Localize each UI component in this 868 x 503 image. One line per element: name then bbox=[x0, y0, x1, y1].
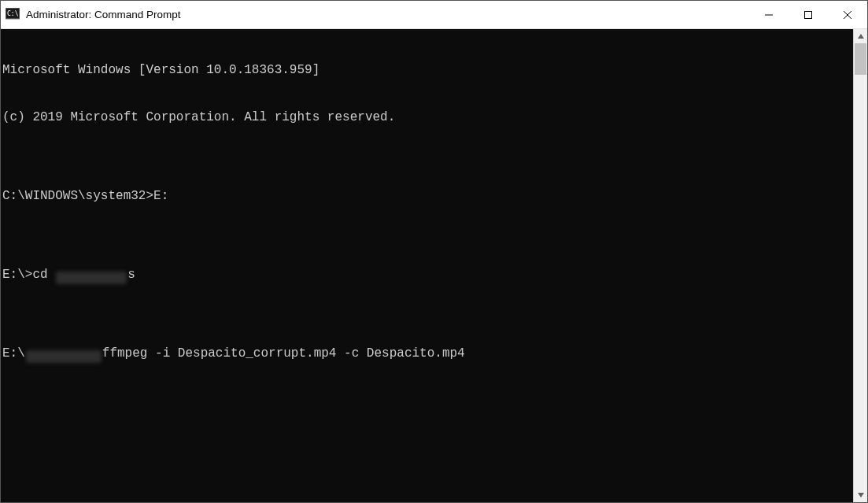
titlebar[interactable]: C:\ Administrator: Command Prompt bbox=[1, 1, 867, 29]
svg-rect-3 bbox=[805, 11, 812, 18]
terminal-line: (c) 2019 Microsoft Corporation. All righ… bbox=[2, 109, 853, 125]
close-button[interactable] bbox=[828, 1, 867, 28]
svg-text:C:\: C:\ bbox=[7, 10, 19, 17]
svg-marker-7 bbox=[858, 493, 864, 497]
terminal-text: s bbox=[127, 268, 135, 282]
scroll-up-button[interactable] bbox=[854, 29, 867, 43]
window-frame: C:\ Administrator: Command Prompt Micros… bbox=[0, 0, 868, 503]
window-title: Administrator: Command Prompt bbox=[26, 9, 749, 20]
vertical-scrollbar[interactable] bbox=[853, 29, 867, 502]
terminal-area[interactable]: Microsoft Windows [Version 10.0.18363.95… bbox=[1, 29, 853, 502]
terminal-line: Microsoft Windows [Version 10.0.18363.95… bbox=[2, 62, 853, 78]
maximize-button[interactable] bbox=[789, 1, 828, 28]
terminal-line: E:\ffmpeg -i Despacito_corrupt.mp4 -c De… bbox=[2, 346, 853, 361]
scrollbar-thumb[interactable] bbox=[855, 43, 866, 75]
minimize-button[interactable] bbox=[749, 1, 789, 28]
redacted-text bbox=[26, 350, 102, 363]
terminal-text: E:\>cd bbox=[2, 268, 55, 282]
terminal-line: E:\>cd s bbox=[2, 267, 853, 283]
redacted-text bbox=[56, 272, 127, 284]
terminal-text: E:\ bbox=[2, 346, 25, 361]
cmd-icon: C:\ bbox=[6, 8, 20, 22]
svg-marker-6 bbox=[858, 34, 864, 39]
scroll-down-button[interactable] bbox=[854, 488, 867, 502]
terminal-text: ffmpeg -i Despacito_corrupt.mp4 -c Despa… bbox=[102, 346, 465, 361]
window-controls bbox=[749, 1, 867, 28]
window-body: Microsoft Windows [Version 10.0.18363.95… bbox=[1, 29, 867, 502]
terminal-line: C:\WINDOWS\system32>E: bbox=[2, 188, 853, 204]
scrollbar-track[interactable] bbox=[854, 43, 867, 488]
